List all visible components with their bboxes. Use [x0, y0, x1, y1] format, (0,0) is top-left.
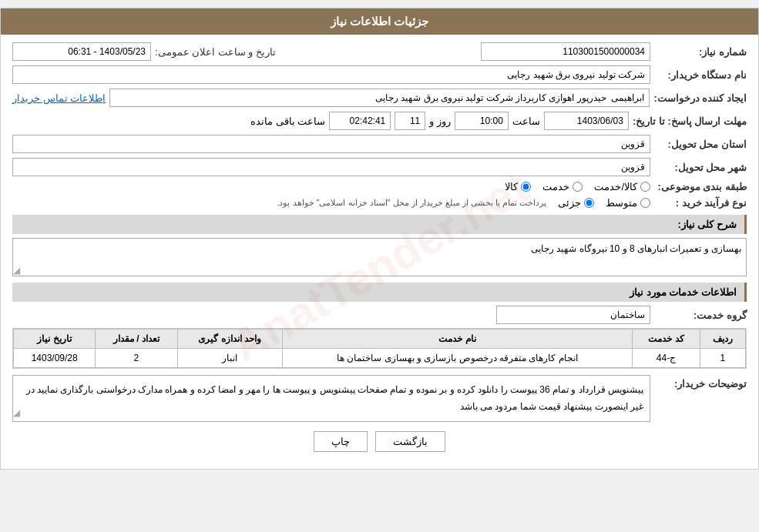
- need-number-input[interactable]: [481, 42, 650, 61]
- deadline-time-label: ساعت: [512, 115, 540, 127]
- col-need-date: تاریخ نیاز: [14, 330, 96, 349]
- purchase-type-radio-group: متوسط جزئی: [558, 197, 650, 209]
- announce-datetime-label: تاریخ و ساعت اعلان عمومی:: [155, 46, 276, 58]
- purchase-type-label: نوع فرآیند خرید :: [654, 197, 747, 209]
- category-label-khidmat: خدمت: [542, 181, 569, 192]
- buttons-row: بازگشت چاپ: [12, 431, 747, 452]
- province-label: استان محل تحویل:: [654, 139, 747, 150]
- col-service-code: کد خدمت: [633, 330, 700, 349]
- category-radio-khidmat[interactable]: خدمت: [542, 181, 583, 192]
- purchase-note: پرداخت تمام یا بخشی از مبلغ خریدار از مح…: [277, 198, 546, 208]
- table-row: 1ج-44انجام کارهای متفرقه درخصوص بازسازی …: [14, 349, 746, 368]
- remaining-time-input[interactable]: [329, 112, 391, 130]
- contact-link[interactable]: اطلاعات تماس خریدار: [12, 92, 106, 104]
- purchase-label-medium: متوسط: [606, 197, 637, 209]
- remaining-time-label: ساعت باقی مانده: [250, 115, 325, 127]
- table-cell-unit: انبار: [177, 349, 282, 368]
- category-label-kala-khidmat: کالا/خدمت: [594, 181, 637, 192]
- table-cell-code: ج-44: [633, 349, 700, 368]
- table-cell-row: 1: [700, 349, 745, 368]
- service-group-label: گروه خدمت:: [654, 309, 747, 321]
- col-quantity: تعداد / مقدار: [96, 330, 177, 349]
- page-title: جزئیات اطلاعات نیاز: [331, 15, 428, 28]
- col-row-number: ردیف: [700, 330, 745, 349]
- services-table-wrapper: ردیف کد خدمت نام خدمت واحد اندازه گیری ت…: [12, 328, 747, 369]
- description-section-title: شرح کلی نیاز:: [12, 215, 747, 234]
- category-radio-group: کالا/خدمت خدمت کالا: [505, 181, 650, 192]
- province-input[interactable]: [12, 135, 650, 153]
- city-label: شهر محل تحویل:: [654, 162, 747, 173]
- announce-datetime-input[interactable]: [12, 42, 151, 61]
- creator-label: ایجاد کننده درخواست:: [653, 92, 747, 104]
- creator-input[interactable]: [109, 89, 650, 107]
- purchase-radio-medium[interactable]: متوسط: [606, 197, 650, 209]
- table-cell-name: انجام کارهای متفرقه درخصوص بازسازی و بهس…: [282, 349, 633, 368]
- description-text: بهسازی و تعمیرات انبارهای 8 و 10 نیروگاه…: [531, 243, 741, 254]
- remaining-days-input[interactable]: [395, 112, 425, 130]
- buyer-notes-text: پیشنویس قرارداد و تمام 36 پیوست را دانلو…: [26, 384, 643, 412]
- response-deadline-label: مهلت ارسال پاسخ: تا تاریخ:: [633, 115, 747, 127]
- need-number-label: شماره نیاز:: [654, 46, 747, 58]
- table-cell-quantity: 2: [96, 349, 177, 368]
- services-table: ردیف کد خدمت نام خدمت واحد اندازه گیری ت…: [13, 329, 746, 368]
- deadline-date-input[interactable]: [544, 112, 629, 130]
- print-button[interactable]: چاپ: [314, 431, 368, 452]
- back-button[interactable]: بازگشت: [375, 431, 445, 452]
- purchase-label-partial: جزئی: [558, 197, 581, 209]
- purchase-radio-partial[interactable]: جزئی: [558, 197, 594, 209]
- table-cell-date: 1403/09/28: [14, 349, 96, 368]
- buyer-org-input[interactable]: [12, 65, 650, 84]
- page-header: جزئیات اطلاعات نیاز: [1, 8, 758, 35]
- col-service-name: نام خدمت: [282, 330, 633, 349]
- deadline-time-input[interactable]: [455, 112, 509, 130]
- description-box: بهسازی و تعمیرات انبارهای 8 و 10 نیروگاه…: [12, 238, 747, 276]
- remaining-days-label: روز و: [429, 115, 451, 127]
- buyer-notes-box: پیشنویس قرارداد و تمام 36 پیوست را دانلو…: [12, 375, 650, 422]
- col-unit: واحد اندازه گیری: [177, 330, 282, 349]
- city-input[interactable]: [12, 158, 650, 176]
- category-radio-kala-khidmat[interactable]: کالا/خدمت: [594, 181, 650, 192]
- category-radio-kala[interactable]: کالا: [505, 181, 531, 192]
- services-section-title: اطلاعات خدمات مورد نیاز: [12, 283, 747, 302]
- service-group-input[interactable]: [496, 306, 650, 324]
- category-label: طبقه بندی موضوعی:: [654, 181, 747, 192]
- category-label-kala: کالا: [505, 181, 518, 192]
- buyer-notes-label: توضیحات خریدار:: [654, 375, 747, 390]
- buyer-org-label: نام دستگاه خریدار:: [654, 69, 747, 81]
